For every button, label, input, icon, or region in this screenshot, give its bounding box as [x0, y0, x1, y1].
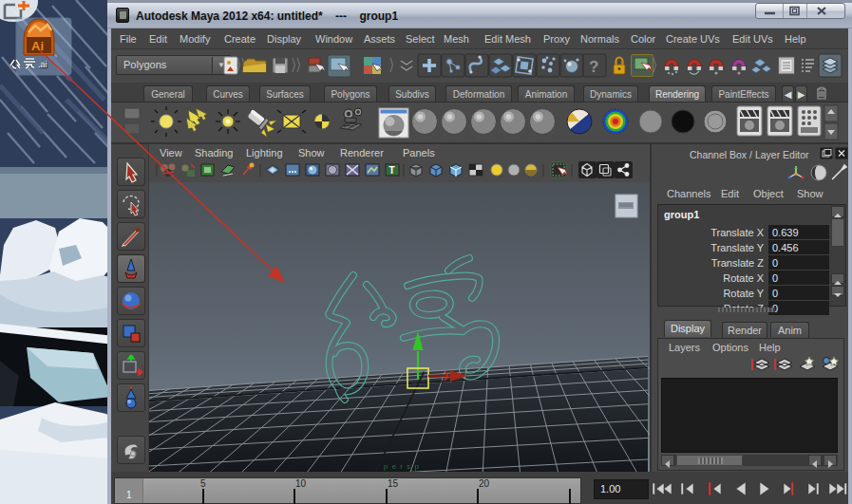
- svg-text:T: T: [389, 165, 395, 176]
- svg-text:p e r s p: p e r s p: [384, 462, 420, 471]
- svg-text:.ai: .ai: [38, 60, 47, 69]
- svg-text:?: ?: [589, 58, 598, 76]
- svg-text:Ai: Ai: [31, 39, 44, 53]
